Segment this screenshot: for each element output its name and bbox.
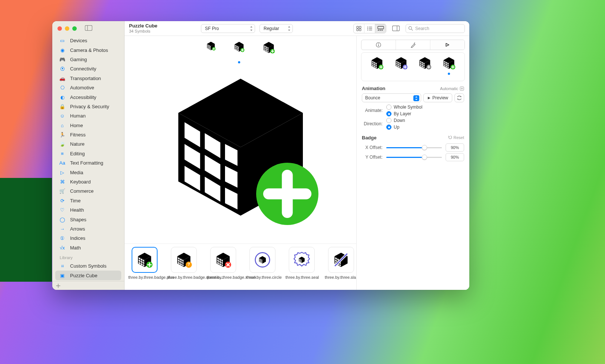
sidebar-item-label: Accessibility	[70, 95, 96, 100]
category-icon: 🔒	[59, 104, 66, 109]
x-offset-value[interactable]: 90%	[446, 143, 464, 152]
sidebar-item-commerce[interactable]: 🛒Commerce	[55, 186, 121, 196]
x-offset-slider[interactable]	[386, 144, 442, 151]
list-view-icon[interactable]	[364, 24, 375, 33]
sidebar-item-accessibility[interactable]: ◐Accessibility	[55, 92, 121, 102]
close-window-icon[interactable]	[57, 26, 62, 31]
view-mode-segmented[interactable]	[353, 24, 386, 33]
inspector-panel: Animation Automatic Bounce	[356, 36, 469, 290]
category-icon: ⦿	[59, 66, 66, 72]
symbol-thumb[interactable]: three.by.three.seal	[285, 247, 318, 280]
toggle-sidebar-button[interactable]	[85, 25, 92, 32]
sidebar-item-home[interactable]: ⌂Home	[55, 121, 121, 130]
inspector-tabs[interactable]	[361, 40, 465, 50]
collection-subtitle: 34 Symbols	[129, 29, 170, 34]
y-offset-slider[interactable]	[386, 154, 442, 161]
svg-rect-13	[378, 30, 379, 31]
font-select[interactable]: SF Pro	[201, 24, 255, 33]
sidebar-item-label: Editing	[70, 151, 85, 156]
y-offset-value[interactable]: 90%	[446, 153, 464, 161]
sidebar-item-time[interactable]: ⟳Time	[55, 196, 121, 205]
sidebar-item-indices[interactable]: ①Indices	[55, 234, 121, 243]
sidebar-item-math[interactable]: √xMath	[55, 243, 121, 252]
symbol-name: three.by.three.badge.plus	[128, 275, 161, 280]
rendering-multicolor[interactable]	[370, 56, 384, 70]
sidebar-item-label: Commerce	[70, 188, 94, 194]
sidebar-item-label: Time	[70, 198, 80, 203]
symbol-thumb[interactable]: three.by.three.circle	[246, 247, 279, 280]
sidebar-library-custom-symbols[interactable]: ⌗Custom Symbols	[55, 261, 121, 271]
rendering-hierarchical[interactable]	[394, 56, 408, 70]
preview-button[interactable]: Preview	[423, 93, 452, 102]
sidebar-item-automotive[interactable]: ⎔Automotive	[55, 83, 121, 92]
repeat-button[interactable]	[454, 93, 464, 102]
svg-point-8	[367, 28, 368, 29]
sidebar-item-label: Connectivity	[70, 66, 96, 72]
window-traffic-lights[interactable]	[57, 26, 77, 31]
animation-tab-icon[interactable]	[430, 40, 465, 50]
sidebar-library-puzzle-cube[interactable]: ▣Puzzle Cube	[55, 271, 121, 280]
sidebar-item-shapes[interactable]: ◯Shapes	[55, 215, 121, 224]
weight-preview-small[interactable]	[206, 41, 216, 55]
sidebar-item-privacy-security[interactable]: 🔒Privacy & Security	[55, 102, 121, 111]
symbol-thumb[interactable]: ?three.by.three.badge.questio…	[168, 247, 200, 280]
automatic-config-icon[interactable]	[460, 86, 464, 91]
sidebar-item-nature[interactable]: 🍃Nature	[55, 139, 121, 149]
sidebar-item-human[interactable]: ☺Human	[55, 111, 121, 120]
sidebar-item-label: Human	[70, 113, 86, 119]
search-field[interactable]: Search	[406, 24, 465, 33]
toggle-inspector-button[interactable]	[391, 26, 401, 31]
sidebar-item-health[interactable]: ♡Health	[55, 205, 121, 215]
weight-select[interactable]: Regular	[259, 24, 293, 33]
animate-bylayer-radio[interactable]: By Layer	[386, 111, 422, 116]
sidebar-item-arrows[interactable]: →Arrows	[55, 224, 121, 234]
gallery-view-icon[interactable]	[375, 24, 386, 33]
sidebar-item-transportation[interactable]: 🚗Transportation	[55, 74, 121, 83]
folder-icon: ▣	[59, 273, 66, 278]
minimize-window-icon[interactable]	[65, 26, 69, 31]
category-icon: ◐	[59, 95, 66, 100]
sidebar-item-label: Arrows	[70, 226, 85, 232]
info-tab-icon[interactable]	[361, 40, 396, 50]
svg-rect-5	[359, 29, 361, 31]
sidebar-item-camera-photos[interactable]: ◉Camera & Photos	[55, 45, 121, 54]
svg-rect-15	[381, 30, 383, 31]
appearance-tab-icon[interactable]	[396, 40, 430, 50]
sidebar-item-devices[interactable]: ▭Devices	[55, 36, 121, 45]
direction-down-radio[interactable]: Down	[386, 118, 405, 123]
symbol-thumb[interactable]: three.by.three.badge.plus	[128, 247, 161, 280]
sidebar-item-keyboard[interactable]: ⌘Keyboard	[55, 177, 121, 186]
sidebar-item-label: Transportation	[70, 76, 101, 81]
main-area: Puzzle Cube 34 Symbols SF Pro Regular Se…	[125, 21, 469, 290]
svg-rect-33	[378, 44, 379, 46]
sidebar-item-label: Puzzle Cube	[70, 273, 97, 278]
sidebar-item-gaming[interactable]: 🎮Gaming	[55, 55, 121, 64]
category-icon: ☺	[59, 113, 66, 119]
animation-preset-select[interactable]: Bounce	[362, 93, 421, 102]
sidebar-item-fitness[interactable]: 🏃Fitness	[55, 130, 121, 139]
svg-text:?: ?	[188, 262, 190, 267]
weight-preview-large[interactable]	[262, 41, 275, 55]
sidebar-item-media[interactable]: ▷Media	[55, 168, 121, 177]
symbol-thumb[interactable]: three.by.three.badge.xmark	[207, 247, 239, 280]
animate-whole-radio[interactable]: Whole Symbol	[386, 105, 422, 110]
reset-button[interactable]: Reset	[448, 135, 464, 140]
sidebar-item-connectivity[interactable]: ⦿Connectivity	[55, 64, 121, 73]
weight-preview-medium[interactable]	[234, 41, 245, 55]
title-block: Puzzle Cube 34 Symbols	[129, 23, 170, 34]
rendering-monochrome[interactable]	[418, 56, 432, 70]
zoom-window-icon[interactable]	[72, 26, 77, 31]
direction-up-radio[interactable]: Up	[386, 125, 405, 130]
sidebar-item-label: Nature	[70, 141, 85, 147]
symbol-thumb[interactable]: three.by.three.slash	[325, 247, 356, 280]
sidebar-item-label: Gaming	[70, 57, 87, 62]
svg-rect-16	[393, 26, 400, 31]
sidebar-item-text-formatting[interactable]: AaText Formatting	[55, 158, 121, 168]
category-icon: ◯	[59, 217, 66, 222]
category-icon: Aa	[59, 160, 66, 166]
category-icon: ◉	[59, 47, 66, 53]
rendering-palette[interactable]	[442, 56, 456, 75]
sidebar-item-editing[interactable]: ≡Editing	[55, 149, 121, 158]
add-library-button[interactable]	[52, 281, 124, 290]
grid-view-icon[interactable]	[354, 24, 364, 33]
